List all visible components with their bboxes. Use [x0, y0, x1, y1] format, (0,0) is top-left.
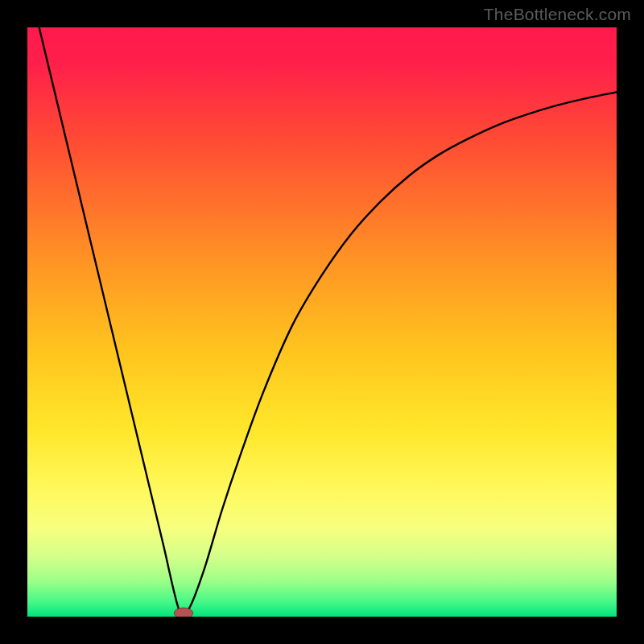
gradient-background — [27, 27, 617, 617]
chart-frame: TheBottleneck.com — [0, 0, 644, 644]
chart-svg — [27, 27, 617, 617]
watermark-text: TheBottleneck.com — [484, 5, 631, 24]
min-point-marker — [174, 608, 192, 617]
plot-area — [27, 27, 617, 617]
